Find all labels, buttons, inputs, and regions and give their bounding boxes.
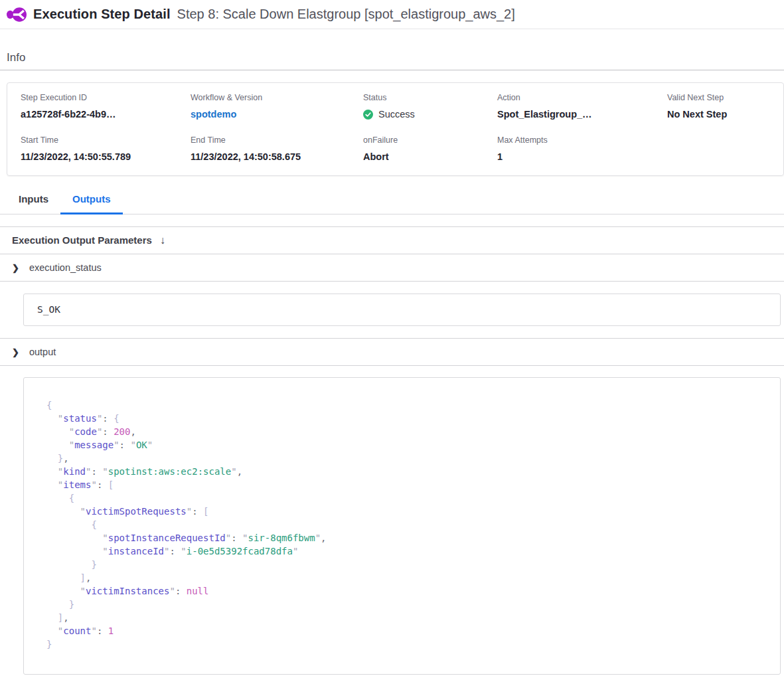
outputs-section-header: Execution Output Parameters ↓ (0, 226, 784, 254)
field-label: End Time (191, 135, 363, 145)
field-workflow-version: Workflow & Version spotdemo (191, 93, 363, 120)
status-badge: Success (363, 109, 497, 120)
field-value: Spot_Elastigroup_… (497, 109, 667, 120)
spot-logo-icon (7, 5, 27, 25)
tab-bar: Inputs Outputs (0, 187, 784, 214)
field-value: 11/23/2022, 14:50:55.789 (21, 151, 191, 162)
tab-outputs[interactable]: Outputs (60, 187, 123, 214)
info-heading: Info (0, 29, 784, 70)
field-value: 11/23/2022, 14:50:58.675 (191, 151, 363, 162)
field-label: Status (363, 93, 497, 102)
field-end-time: End Time 11/23/2022, 14:50:58.675 (191, 135, 363, 162)
field-onfailure: onFailure Abort (363, 135, 497, 162)
json-output-viewer: { "status": { "code": 200, "message": "O… (23, 377, 781, 675)
field-value: 1 (497, 151, 667, 162)
field-value: No Next Step (667, 109, 783, 120)
tab-inputs[interactable]: Inputs (7, 187, 60, 214)
workflow-link[interactable]: spotdemo (191, 109, 363, 120)
field-max-attempts: Max Attempts 1 (497, 135, 667, 162)
page-title: Execution Step Detail (33, 7, 171, 22)
title-bar: Execution Step Detail Step 8: Scale Down… (0, 0, 784, 29)
field-label: Step Execution ID (21, 93, 191, 102)
field-label: Valid Next Step (667, 93, 783, 102)
field-value: Abort (363, 151, 497, 162)
info-card: Step Execution ID a125728f-6b22-4b9… Wor… (7, 82, 784, 176)
field-step-execution-id: Step Execution ID a125728f-6b22-4b9… (21, 93, 191, 120)
chevron-right-icon: ❯ (12, 348, 19, 357)
outputs-section-title: Execution Output Parameters (12, 234, 152, 246)
page-subtitle: Step 8: Scale Down Elastgroup [spot_elas… (177, 7, 515, 22)
status-text: Success (378, 109, 415, 120)
field-label: Action (497, 93, 667, 102)
param-name: output (29, 347, 56, 357)
param-row-output[interactable]: ❯ output (0, 339, 784, 366)
field-valid-next-step: Valid Next Step No Next Step (667, 93, 783, 120)
success-check-icon (363, 110, 373, 120)
param-name: execution_status (29, 262, 102, 273)
field-label: Workflow & Version (191, 93, 363, 102)
param-row-execution-status[interactable]: ❯ execution_status (0, 254, 784, 282)
field-label: Start Time (21, 135, 191, 145)
empty-cell (667, 135, 783, 162)
field-action: Action Spot_Elastigroup_… (497, 93, 667, 120)
field-status: Status Success (363, 93, 497, 120)
execution-status-value-box: S_OK (23, 294, 781, 326)
field-label: onFailure (363, 135, 497, 145)
chevron-right-icon: ❯ (12, 264, 19, 272)
field-value: a125728f-6b22-4b9… (21, 109, 191, 120)
field-label: Max Attempts (497, 135, 667, 145)
down-arrow-icon[interactable]: ↓ (160, 235, 165, 246)
field-start-time: Start Time 11/23/2022, 14:50:55.789 (21, 135, 191, 162)
